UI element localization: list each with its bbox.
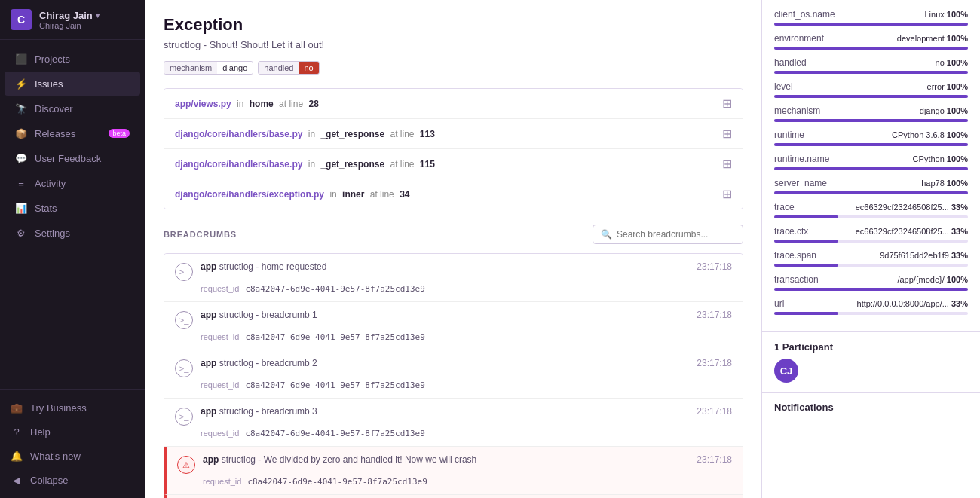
bottom-item-help[interactable]: ? Help xyxy=(0,420,145,444)
search-input[interactable] xyxy=(617,229,735,240)
metric-row: client_os.name Linux 100% xyxy=(774,9,968,20)
metric-value: http://0.0.0.0:8000/app/... 33% xyxy=(857,299,968,308)
sidebar-item-user-feedback[interactable]: 💬 User Feedback xyxy=(5,146,140,170)
metric-label: trace.span xyxy=(774,250,816,261)
search-icon: 🔍 xyxy=(601,229,612,240)
sidebar-item-discover[interactable]: 🔭 Discover xyxy=(5,96,140,121)
progress-bar-fill xyxy=(774,191,968,194)
terminal-icon: >_ xyxy=(175,311,193,329)
issues-icon: ⚡ xyxy=(15,78,27,90)
bc-category: app xyxy=(201,310,216,320)
metric-value: /app/{mode}/ 100% xyxy=(897,275,968,284)
breadcrumbs-title: BREADCRUMBS xyxy=(164,230,237,239)
bc-time: 23:17:18 xyxy=(697,358,732,368)
bc-meta-key: request_id xyxy=(203,477,241,487)
metric-item: url http://0.0.0.0:8000/app/... 33% xyxy=(774,298,968,315)
progress-bar-fill xyxy=(774,312,838,315)
sidebar-item-settings[interactable]: ⚙ Settings xyxy=(5,221,140,245)
releases-icon: 📦 xyxy=(15,127,27,139)
bottom-item-label: Help xyxy=(30,426,51,438)
participant-avatar: CJ xyxy=(774,359,798,383)
bc-content: app structlog - breadcrumb 3 xyxy=(201,406,689,417)
metric-pct: 100% xyxy=(947,34,968,43)
breadcrumb-row: >_ app structlog - breadcrumb 1 23:17:18… xyxy=(164,302,743,350)
breadcrumb-search-box[interactable]: 🔍 xyxy=(593,225,743,244)
bc-meta-key: request_id xyxy=(201,332,239,342)
warning-icon: ⚠ xyxy=(177,456,195,474)
sidebar-item-activity[interactable]: ≡ Activity xyxy=(5,171,140,195)
metric-item: trace.ctx ec66329cf23246508f25... 33% xyxy=(774,226,968,243)
progress-bar-fill xyxy=(774,23,968,26)
tag-handled[interactable]: handled no xyxy=(258,61,319,75)
bc-message: structlog - breadcrumb 3 xyxy=(219,406,317,417)
metric-label: runtime xyxy=(774,130,804,140)
stack-filename: django/core/handlers/exception.py xyxy=(175,189,324,200)
bc-message: structlog - We divided by zero and handl… xyxy=(222,454,477,465)
user-info: Chirag Jain ▾ Chirag Jain xyxy=(39,10,100,30)
metric-value: CPython 3.6.8 100% xyxy=(892,130,968,139)
stack-file: django/core/handlers/base.py in _get_res… xyxy=(175,129,722,139)
metric-pct: 100% xyxy=(947,179,968,188)
metric-item: runtime.name CPython 100% xyxy=(774,154,968,170)
bottom-item-label: Collapse xyxy=(30,475,69,486)
sidebar-item-projects[interactable]: ⬛ Projects xyxy=(5,47,140,71)
bc-meta-val: c8a42047-6d9e-4041-9e57-8f7a25cd13e9 xyxy=(245,429,424,438)
sidebar-header: C Chirag Jain ▾ Chirag Jain xyxy=(0,0,145,40)
bc-content: app structlog - We divided by zero and h… xyxy=(203,454,689,465)
progress-bar-bg xyxy=(774,167,968,170)
sidebar-item-label: Settings xyxy=(35,228,70,239)
progress-bar-fill xyxy=(774,95,968,98)
bottom-item-collapse[interactable]: ◀ Collapse xyxy=(0,468,145,492)
metric-label: environment xyxy=(774,33,824,44)
progress-bar-fill xyxy=(774,143,968,146)
progress-bar-bg xyxy=(774,288,968,291)
sidebar-item-label: Releases xyxy=(35,128,75,139)
tags-row: mechanism django handled no xyxy=(164,61,743,75)
expand-icon[interactable]: ⊞ xyxy=(722,187,732,201)
breadcrumbs-section-header: BREADCRUMBS 🔍 xyxy=(164,225,743,244)
expand-icon[interactable]: ⊞ xyxy=(722,127,732,141)
stack-frame[interactable]: app/views.py in home at line 28 ⊞ xyxy=(164,89,743,119)
expand-icon[interactable]: ⊞ xyxy=(722,157,732,171)
metric-item: transaction /app/{mode}/ 100% xyxy=(774,274,968,291)
sidebar-item-releases[interactable]: 📦 Releases beta xyxy=(5,121,140,145)
metric-value: django 100% xyxy=(920,106,968,115)
user-name[interactable]: Chirag Jain ▾ xyxy=(39,10,100,21)
stack-frame[interactable]: django/core/handlers/base.py in _get_res… xyxy=(164,119,743,149)
bc-row-top: ⚠ app structlog - We divided by zero and… xyxy=(177,454,732,474)
tag-mechanism[interactable]: mechanism django xyxy=(164,61,253,75)
tag-mechanism-value: django xyxy=(217,62,253,74)
tag-handled-key: handled xyxy=(259,62,299,74)
sidebar-item-issues[interactable]: ⚡ Issues xyxy=(5,72,140,96)
breadcrumb-row: >_ app structlog - home requested 23:17:… xyxy=(164,254,743,302)
chevron-down-icon: ▾ xyxy=(96,11,100,20)
stack-frame[interactable]: django/core/handlers/base.py in _get_res… xyxy=(164,149,743,179)
metric-row: environment development 100% xyxy=(774,33,968,44)
metric-item: handled no 100% xyxy=(774,57,968,74)
bc-meta-val: c8a42047-6d9e-4041-9e57-8f7a25cd13e9 xyxy=(245,284,424,294)
expand-icon[interactable]: ⊞ xyxy=(722,96,732,111)
sidebar-item-stats[interactable]: 📊 Stats xyxy=(5,196,140,220)
exception-subtitle: structlog - Shout! Shout! Let it all out… xyxy=(164,39,743,50)
avatar: C xyxy=(11,9,32,30)
stack-funcname: _get_response xyxy=(320,159,384,170)
main-content: Exception structlog - Shout! Shout! Let … xyxy=(145,0,761,498)
stack-funcname: _get_response xyxy=(320,129,384,139)
bottom-item-label: What's new xyxy=(30,451,81,462)
bc-meta-val: c8a42047-6d9e-4041-9e57-8f7a25cd13e9 xyxy=(247,477,427,487)
discover-icon: 🔭 xyxy=(15,102,27,115)
terminal-icon: >_ xyxy=(175,408,193,426)
bc-time: 23:17:18 xyxy=(697,406,732,417)
metric-pct: 33% xyxy=(951,251,968,260)
bc-row-top: >_ app structlog - breadcrumb 3 23:17:18 xyxy=(175,406,732,426)
bc-content: app structlog - breadcrumb 1 xyxy=(201,310,689,320)
participants-section: 1 Participant CJ xyxy=(762,332,980,393)
metric-row: mechanism django 100% xyxy=(774,105,968,116)
bottom-item-whats-new[interactable]: 🔔 What's new xyxy=(0,444,145,468)
metric-item: runtime CPython 3.6.8 100% xyxy=(774,130,968,146)
metric-row: runtime CPython 3.6.8 100% xyxy=(774,130,968,140)
progress-bar-fill xyxy=(774,119,968,122)
stack-frame[interactable]: django/core/handlers/exception.py in inn… xyxy=(164,179,743,209)
bottom-item-try-business[interactable]: 💼 Try Business xyxy=(0,396,145,420)
stack-funcname: home xyxy=(250,99,274,109)
